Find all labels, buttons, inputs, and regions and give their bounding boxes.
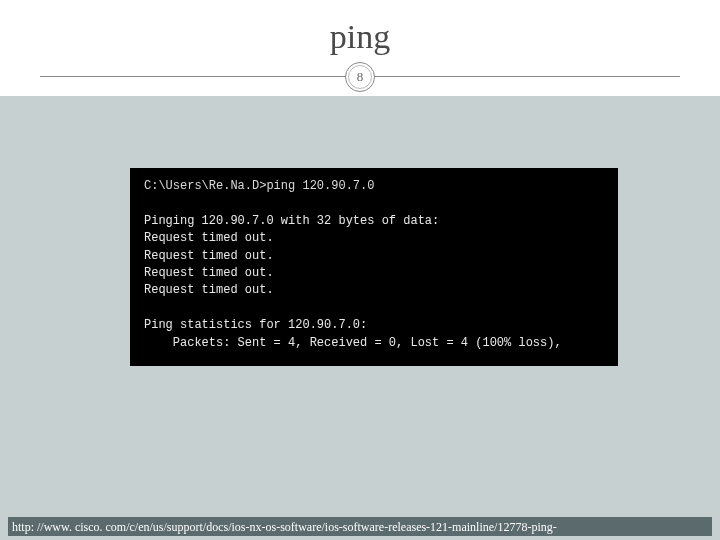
terminal-line: Request timed out. [144,283,274,297]
terminal-line: Request timed out. [144,266,274,280]
slide: ping 8 C:\Users\Re.Na.D>ping 120.90.7.0 … [0,0,720,540]
terminal-line: Request timed out. [144,249,274,263]
slide-title: ping [0,0,720,62]
terminal-prompt-line: C:\Users\Re.Na.D>ping 120.90.7.0 [144,179,374,193]
title-rule-area: 8 [0,62,720,92]
terminal-line: Request timed out. [144,231,274,245]
slide-body: C:\Users\Re.Na.D>ping 120.90.7.0 Pinging… [0,96,720,540]
terminal-output: C:\Users\Re.Na.D>ping 120.90.7.0 Pinging… [130,168,618,366]
page-number-inner-ring [348,65,372,89]
page-number-badge: 8 [345,62,375,92]
footer-url: http: //www. cisco. com/c/en/us/support/… [8,517,712,536]
terminal-line: Pinging 120.90.7.0 with 32 bytes of data… [144,214,439,228]
terminal-line: Packets: Sent = 4, Received = 0, Lost = … [144,336,562,350]
terminal-line: Ping statistics for 120.90.7.0: [144,318,367,332]
